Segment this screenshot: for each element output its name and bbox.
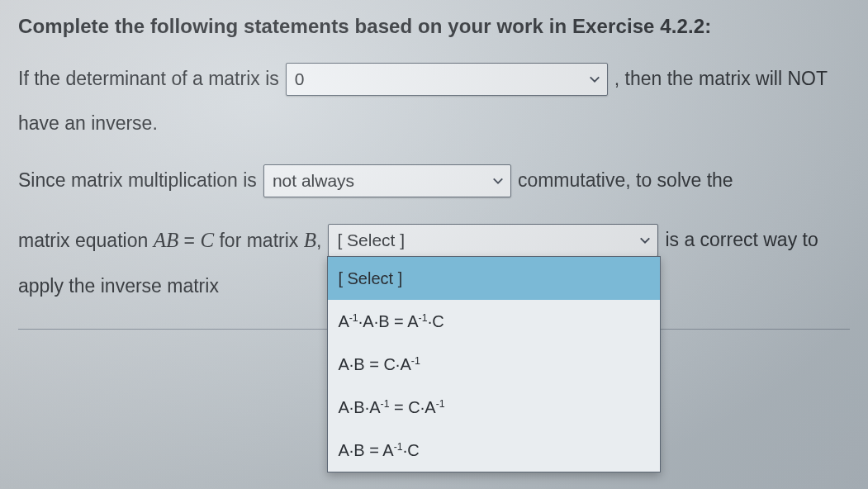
text-fragment: is a correct way to [665, 222, 818, 259]
chevron-down-icon [589, 74, 600, 85]
text-fragment: for matrix [214, 230, 304, 251]
text-fragment: , then the matrix will NOT [614, 61, 828, 97]
commutative-select[interactable]: not always [263, 164, 511, 197]
text-fragment: , [316, 230, 321, 251]
text-fragment: matrix equation AB = C for matrix B, [18, 221, 321, 260]
dropdown-option[interactable]: A-1·A·B = A-1·C [328, 300, 660, 343]
statement-line-2: have an inverse. [18, 106, 850, 142]
determinant-select[interactable]: 0 [286, 63, 608, 96]
text-fragment: matrix equation [18, 230, 154, 251]
dropdown-option[interactable]: A·B·A-1 = C·A-1 [328, 386, 660, 429]
statement-line-3: Since matrix multiplication is not alway… [18, 163, 850, 199]
inverse-method-dropdown: [ Select ] A-1·A·B = A-1·C A·B = C·A-1 A… [327, 256, 661, 472]
chevron-down-icon [492, 175, 504, 187]
equation-var: AB [154, 229, 179, 251]
select-value: not always [273, 164, 484, 197]
select-value: [ Select ] [337, 224, 631, 257]
select-value: 0 [295, 63, 581, 96]
equation-var: C [200, 229, 214, 251]
instruction-heading: Complete the following statements based … [18, 15, 850, 38]
text-fragment: have an inverse. [18, 106, 158, 142]
statement-line-4: matrix equation AB = C for matrix B, [ S… [18, 221, 850, 260]
text-fragment: commutative, to solve the [518, 163, 733, 199]
text-fragment: apply the inverse matrix [18, 268, 219, 305]
inverse-method-select[interactable]: [ Select ] [ Select ] A-1·A·B = A-1·C A·… [328, 224, 658, 257]
dropdown-option[interactable]: [ Select ] [328, 257, 660, 300]
equation-var: B [304, 229, 316, 251]
dropdown-option[interactable]: A·B = A-1·C [328, 429, 660, 472]
dropdown-option[interactable]: A·B = C·A-1 [328, 343, 660, 386]
text-fragment: If the determinant of a matrix is [18, 61, 279, 97]
text-fragment: Since matrix multiplication is [18, 163, 257, 199]
statement-line-1: If the determinant of a matrix is 0 , th… [18, 61, 850, 97]
equation-eq: = [178, 230, 200, 251]
chevron-down-icon [639, 235, 651, 246]
